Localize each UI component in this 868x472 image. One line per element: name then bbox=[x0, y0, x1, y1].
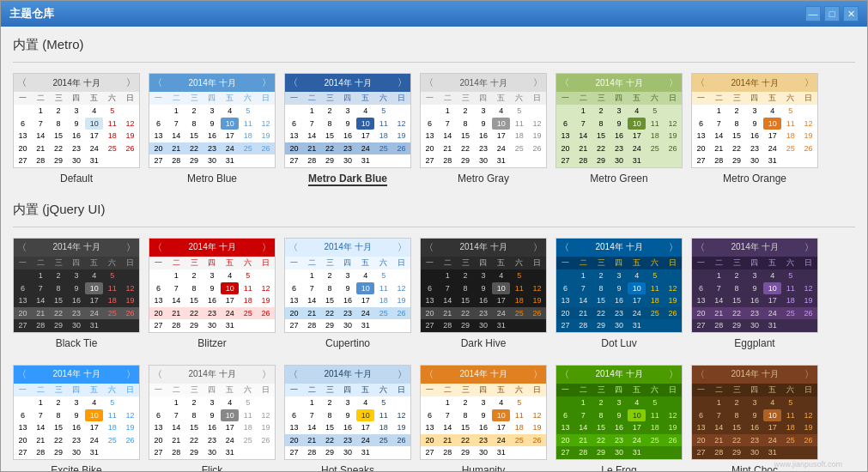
cal-day-cell[interactable]: 16 bbox=[610, 130, 628, 142]
cal-day-cell[interactable]: 21 bbox=[439, 142, 457, 155]
cal-day-cell[interactable]: 6 bbox=[149, 409, 167, 422]
cal-day-cell[interactable]: 4 bbox=[628, 396, 646, 409]
cal-prev-icon[interactable]: 〈 bbox=[424, 76, 434, 89]
cal-day-cell[interactable]: 21 bbox=[574, 434, 592, 447]
cal-day-cell[interactable]: 4 bbox=[85, 396, 103, 409]
cal-day-cell[interactable]: 21 bbox=[303, 434, 321, 447]
cal-day-cell[interactable]: 13 bbox=[556, 421, 574, 434]
cal-day-cell[interactable]: 6 bbox=[285, 118, 303, 130]
cal-day-cell[interactable]: 8 bbox=[592, 282, 610, 295]
cal-day-cell[interactable]: 19 bbox=[664, 294, 682, 307]
cal-day-cell[interactable]: 5 bbox=[103, 105, 121, 118]
cal-day-cell[interactable]: 24 bbox=[492, 434, 510, 447]
cal-day-cell[interactable]: 31 bbox=[628, 446, 646, 459]
cal-day-cell[interactable]: 6 bbox=[692, 282, 710, 295]
cal-day-cell[interactable]: 1 bbox=[167, 105, 185, 118]
cal-day-cell[interactable]: 25 bbox=[510, 142, 528, 155]
cal-day-cell[interactable]: 16 bbox=[203, 294, 222, 307]
cal-next-icon[interactable]: 〉 bbox=[669, 368, 678, 381]
cal-day-cell[interactable]: 22 bbox=[592, 307, 610, 320]
cal-day-cell[interactable]: 3 bbox=[203, 396, 222, 409]
cal-day-cell[interactable]: 4 bbox=[356, 269, 374, 282]
cal-day-cell[interactable]: 24 bbox=[85, 434, 103, 447]
cal-day-cell[interactable]: 21 bbox=[710, 142, 728, 155]
cal-day-cell[interactable]: 3 bbox=[475, 396, 493, 409]
cal-day-cell[interactable]: 9 bbox=[475, 282, 493, 295]
cal-day-cell[interactable]: 8 bbox=[50, 118, 68, 130]
cal-day-cell[interactable]: 31 bbox=[221, 319, 239, 332]
cal-day-cell[interactable]: 18 bbox=[646, 294, 664, 307]
cal-day-cell[interactable]: 26 bbox=[392, 142, 410, 155]
cal-next-icon[interactable]: 〉 bbox=[804, 241, 814, 254]
cal-day-cell[interactable]: 21 bbox=[574, 307, 592, 320]
cal-day-cell[interactable]: 19 bbox=[121, 421, 139, 434]
cal-day-cell[interactable]: 18 bbox=[103, 421, 121, 434]
cal-day-cell[interactable]: 22 bbox=[321, 434, 339, 447]
cal-prev-icon[interactable]: 〈 bbox=[288, 76, 298, 89]
cal-day-cell[interactable]: 31 bbox=[356, 319, 374, 332]
cal-day-cell[interactable]: 7 bbox=[439, 409, 457, 422]
cal-day-cell[interactable]: 31 bbox=[763, 446, 781, 459]
cal-day-cell[interactable]: 6 bbox=[421, 282, 439, 295]
cal-day-cell[interactable]: 13 bbox=[14, 294, 32, 307]
cal-day-cell[interactable]: 4 bbox=[85, 105, 103, 118]
cal-prev-icon[interactable]: 〈 bbox=[695, 76, 705, 89]
cal-day-cell[interactable]: 29 bbox=[457, 154, 475, 167]
cal-day-cell[interactable]: 13 bbox=[421, 294, 439, 307]
cal-day-cell[interactable]: 26 bbox=[121, 142, 139, 155]
cal-day-cell[interactable]: 22 bbox=[457, 307, 475, 320]
cal-day-cell[interactable]: 24 bbox=[628, 434, 646, 447]
cal-day-cell[interactable]: 10 bbox=[221, 118, 239, 130]
cal-day-cell[interactable]: 28 bbox=[710, 154, 728, 167]
cal-next-icon[interactable]: 〉 bbox=[126, 76, 136, 89]
cal-prev-icon[interactable]: 〈 bbox=[153, 76, 162, 89]
cal-day-cell[interactable]: 4 bbox=[221, 396, 239, 409]
theme-item-dark-hive[interactable]: 〈 2014年 十月 〉一二三四五六日123456789101112131415… bbox=[420, 238, 547, 349]
cal-day-cell[interactable]: 28 bbox=[167, 319, 185, 332]
cal-day-cell[interactable]: 25 bbox=[239, 434, 257, 447]
cal-day-cell[interactable]: 18 bbox=[239, 130, 257, 142]
cal-day-cell[interactable]: 13 bbox=[556, 294, 574, 307]
theme-item-dot-luv[interactable]: 〈 2014年 十月 〉一二三四五六日123456789101112131415… bbox=[555, 238, 683, 349]
cal-day-cell[interactable]: 23 bbox=[610, 142, 628, 155]
cal-day-cell[interactable]: 22 bbox=[728, 307, 746, 320]
cal-day-cell[interactable]: 24 bbox=[763, 434, 781, 447]
cal-day-cell[interactable]: 30 bbox=[339, 319, 357, 332]
cal-day-cell[interactable]: 4 bbox=[763, 105, 781, 118]
cal-next-icon[interactable]: 〉 bbox=[398, 241, 407, 254]
cal-day-cell[interactable]: 1 bbox=[574, 269, 592, 282]
cal-prev-icon[interactable]: 〈 bbox=[288, 368, 298, 381]
cal-day-cell[interactable]: 9 bbox=[610, 282, 628, 295]
cal-day-cell[interactable]: 13 bbox=[149, 421, 167, 434]
cal-day-cell[interactable]: 12 bbox=[392, 282, 410, 295]
cal-day-cell[interactable]: 23 bbox=[610, 307, 628, 320]
theme-item-hot-sneaks[interactable]: 〈 2014年 十月 〉一二三四五六日123456789101112131415… bbox=[284, 365, 411, 471]
cal-day-cell[interactable]: 27 bbox=[149, 446, 167, 459]
cal-day-cell[interactable]: 17 bbox=[85, 421, 103, 434]
cal-day-cell[interactable]: 21 bbox=[710, 434, 728, 447]
cal-day-cell[interactable]: 10 bbox=[356, 282, 374, 295]
cal-day-cell[interactable]: 11 bbox=[103, 409, 121, 422]
cal-day-cell[interactable]: 24 bbox=[763, 142, 781, 155]
cal-day-cell[interactable]: 19 bbox=[664, 421, 682, 434]
cal-day-cell[interactable]: 10 bbox=[85, 409, 103, 422]
cal-day-cell[interactable]: 28 bbox=[167, 154, 185, 167]
cal-day-cell[interactable]: 22 bbox=[728, 142, 746, 155]
cal-day-cell[interactable]: 3 bbox=[746, 269, 764, 282]
cal-day-cell[interactable]: 2 bbox=[592, 105, 610, 118]
cal-day-cell[interactable]: 26 bbox=[664, 142, 682, 155]
cal-day-cell[interactable]: 20 bbox=[285, 307, 303, 320]
cal-day-cell[interactable]: 25 bbox=[781, 307, 799, 320]
cal-day-cell[interactable]: 3 bbox=[339, 105, 357, 118]
cal-day-cell[interactable]: 26 bbox=[799, 434, 817, 447]
cal-day-cell[interactable]: 18 bbox=[239, 294, 257, 307]
cal-day-cell[interactable]: 7 bbox=[710, 118, 728, 130]
cal-day-cell[interactable]: 2 bbox=[457, 269, 475, 282]
cal-day-cell[interactable]: 31 bbox=[356, 446, 374, 459]
cal-day-cell[interactable]: 7 bbox=[303, 409, 321, 422]
cal-day-cell[interactable]: 31 bbox=[492, 446, 510, 459]
cal-day-cell[interactable]: 2 bbox=[185, 269, 203, 282]
cal-day-cell[interactable]: 24 bbox=[628, 307, 646, 320]
cal-day-cell[interactable]: 22 bbox=[728, 434, 746, 447]
cal-day-cell[interactable]: 16 bbox=[68, 421, 86, 434]
